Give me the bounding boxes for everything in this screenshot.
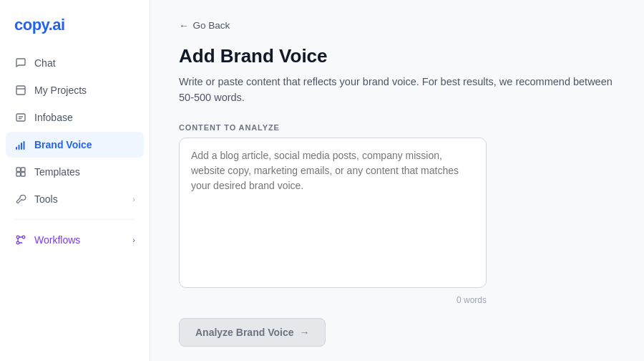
sidebar-item-my-projects[interactable]: My Projects — [6, 77, 144, 103]
sidebar-item-workflows[interactable]: Workflows › — [6, 227, 144, 253]
svg-rect-10 — [21, 168, 26, 172]
main-content: ← Go Back Add Brand Voice Write or paste… — [150, 0, 644, 361]
svg-rect-6 — [19, 145, 20, 150]
svg-rect-8 — [24, 141, 25, 150]
go-back-label: Go Back — [193, 20, 230, 31]
projects-icon — [14, 84, 27, 97]
sidebar-item-brand-voice-label: Brand Voice — [34, 139, 92, 150]
workflows-chevron-icon: › — [132, 236, 135, 244]
content-textarea[interactable] — [179, 138, 487, 288]
chat-icon — [14, 57, 27, 69]
logo-text-accent: .ai — [49, 16, 65, 34]
analyze-btn-label: Analyze Brand Voice — [195, 327, 293, 338]
sidebar-item-chat-label: Chat — [34, 57, 56, 69]
sidebar-item-chat[interactable]: Chat — [6, 50, 144, 76]
analyze-brand-voice-button[interactable]: Analyze Brand Voice → — [179, 318, 326, 347]
page-subtitle: Write or paste content that reflects you… — [179, 74, 615, 106]
svg-rect-9 — [16, 168, 21, 172]
sidebar: copy.ai Chat My Projects — [0, 0, 150, 361]
tools-icon — [14, 193, 27, 206]
app-logo: copy.ai — [0, 0, 150, 47]
sidebar-item-tools-label: Tools — [34, 193, 58, 205]
word-count: 0 words — [179, 295, 487, 305]
sidebar-item-tools[interactable]: Tools › — [6, 186, 144, 212]
content-field-label: CONTENT TO ANALYZE — [179, 123, 615, 132]
workflows-icon — [14, 234, 27, 246]
templates-icon — [14, 165, 27, 178]
logo-text-main: copy — [14, 16, 49, 34]
back-arrow-icon: ← — [179, 20, 189, 31]
arrow-right-icon: → — [299, 327, 309, 338]
svg-point-13 — [16, 236, 19, 239]
svg-rect-7 — [21, 143, 22, 150]
svg-rect-0 — [16, 86, 25, 95]
svg-rect-11 — [16, 173, 21, 177]
sidebar-nav: Chat My Projects Infobase — [0, 47, 150, 256]
go-back-button[interactable]: ← Go Back — [179, 20, 615, 31]
brand-voice-icon — [14, 138, 27, 151]
infobase-icon — [14, 111, 27, 124]
svg-point-14 — [22, 236, 25, 239]
svg-rect-2 — [16, 114, 25, 121]
sidebar-item-workflows-label: Workflows — [34, 234, 80, 246]
svg-rect-12 — [21, 173, 26, 177]
tools-chevron-icon: › — [132, 195, 135, 203]
sidebar-item-my-projects-label: My Projects — [34, 85, 87, 96]
sidebar-item-infobase-label: Infobase — [34, 112, 73, 123]
sidebar-item-infobase[interactable]: Infobase — [6, 105, 144, 130]
svg-point-15 — [16, 241, 19, 244]
sidebar-item-brand-voice[interactable]: Brand Voice — [6, 132, 144, 158]
sidebar-item-templates[interactable]: Templates — [6, 159, 144, 185]
svg-rect-5 — [16, 147, 17, 150]
nav-divider — [14, 219, 135, 220]
sidebar-item-templates-label: Templates — [34, 166, 80, 178]
page-title: Add Brand Voice — [179, 45, 615, 67]
